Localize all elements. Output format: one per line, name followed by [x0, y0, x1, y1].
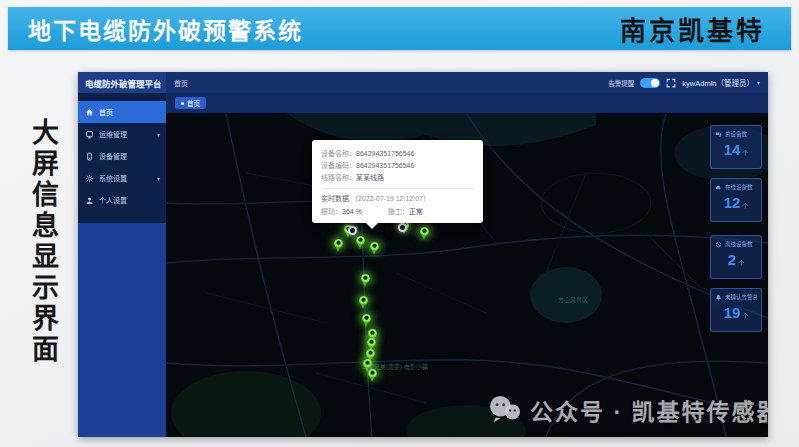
metric-label: 施工： [388, 208, 409, 215]
gear-icon [85, 174, 94, 183]
wechat-icon [488, 395, 522, 425]
stat-card-offline-devices: 离线设备数 2个 [710, 235, 762, 279]
tab-bar: 首页 [166, 93, 768, 113]
tab-active-dot [181, 102, 184, 105]
cluster-badge[interactable] [398, 223, 407, 232]
tab-home-label: 首页 [187, 98, 200, 108]
field-label: 线路名称： [321, 174, 356, 181]
device-code-value: 864294351756546 [356, 162, 414, 169]
sidebar-item-label: 设备管理 [99, 151, 127, 161]
popup-row: 设备编码：864294351756546 [321, 160, 474, 172]
top-banner: 地下电缆防外破预警系统 南京凯基特 [8, 7, 791, 50]
watermark: 公众号 · 凯基特传感器 [488, 393, 768, 427]
user-icon [85, 196, 94, 205]
stat-card-total-devices: 总设备数 14个 [710, 125, 762, 169]
construction-status-value: 正常 [409, 208, 423, 215]
sidebar-item-ops[interactable]: 运维管理 ▾ [78, 123, 166, 145]
stat-unit: 个 [742, 203, 748, 209]
field-label: 设备编码： [321, 162, 356, 169]
cluster-badge[interactable] [348, 226, 357, 235]
fullscreen-icon[interactable] [666, 78, 676, 88]
alert-toggle-switch[interactable] [640, 78, 660, 88]
stat-value: 14 [724, 141, 741, 158]
stat-unit: 个 [742, 150, 748, 156]
realtime-label: 实时数据 [321, 195, 349, 202]
device-pin[interactable] [361, 274, 370, 287]
popup-divider [321, 188, 474, 189]
device-pin[interactable] [368, 369, 377, 382]
offline-icon [715, 241, 722, 248]
stat-unit: 个 [742, 313, 748, 319]
device-pin[interactable] [334, 239, 343, 252]
sidebar-item-profile[interactable]: 个人设置 [78, 189, 166, 211]
ops-icon [85, 130, 94, 139]
stat-unit: 个 [738, 260, 744, 266]
platform-logo: 电缆防外破管理平台 [78, 72, 166, 93]
chevron-down-icon: ▾ [157, 131, 160, 138]
bell-icon [715, 294, 722, 301]
map-place-label: 方山风景区 [558, 295, 588, 304]
screen-caption: 大屏信息显示界面 [24, 118, 63, 366]
top-navbar: 电缆防外破管理平台 首页 告警提醒 kywAdmin（管理员） ▾ [78, 72, 768, 93]
stat-value: 12 [724, 194, 741, 211]
device-pin[interactable] [359, 296, 368, 309]
stat-card-unconfirmed-alarms: 未确认告警总数 19个 [710, 288, 762, 332]
device-pin[interactable] [362, 314, 371, 327]
chevron-down-icon: ▾ [757, 79, 760, 86]
tab-home[interactable]: 首页 [175, 97, 206, 109]
user-menu[interactable]: kywAdmin（管理员） ▾ [682, 77, 760, 88]
sidebar-item-settings[interactable]: 系统设置 ▾ [78, 167, 166, 189]
popup-row: 设备名称：864294351756546 [321, 148, 474, 160]
popup-row: 线路名称：某某线路 [321, 172, 474, 184]
breadcrumb: 首页 [174, 72, 188, 93]
devices-icon [715, 131, 722, 138]
online-icon [715, 184, 722, 191]
sidebar-item-label: 首页 [99, 107, 113, 117]
device-name-value: 864294351756546 [356, 150, 414, 157]
alert-toggle-label: 告警提醒 [608, 78, 634, 88]
map[interactable]: 方山风景区华谊兄弟(南京)·电影小镇 设备名称：864294351756546 … [166, 113, 768, 437]
watermark-text: 公众号 · 凯基特传感器 [530, 393, 768, 427]
stat-title: 总设备数 [725, 130, 747, 138]
realtime-timestamp: （2022-07-19 12:12:07） [351, 195, 430, 202]
stat-card-online-devices: 在线设备数 12个 [710, 178, 762, 222]
field-label: 设备名称： [321, 150, 356, 157]
stat-title: 在线设备数 [725, 183, 753, 191]
chevron-down-icon: ▾ [157, 175, 160, 182]
sidebar-item-devices[interactable]: 设备管理 [78, 145, 166, 167]
device-info-popup: 设备名称：864294351756546 设备编码：86429435175654… [312, 140, 483, 223]
line-name-value: 某某线路 [356, 174, 384, 181]
sidebar-item-label: 运维管理 [99, 129, 127, 139]
dashboard-window: 电缆防外破管理平台 首页 告警提醒 kywAdmin（管理员） ▾ 首页 首页 [78, 72, 768, 437]
stat-title: 离线设备数 [725, 240, 753, 248]
stat-value: 2 [728, 251, 736, 268]
sidebar-item-label: 个人设置 [99, 195, 127, 205]
metric-label: 振动： [321, 208, 342, 215]
sidebar-item-label: 系统设置 [99, 173, 127, 183]
home-icon [85, 108, 94, 117]
sidebar: 首页 运维管理 ▾ 设备管理 系统设置 ▾ 个人设置 [78, 93, 166, 437]
brand-name: 南京凯基特 [620, 10, 791, 47]
metrics-row: 振动：364 % 施工：正常 [321, 206, 474, 216]
stat-title: 未确认告警总数 [725, 293, 757, 301]
device-pin[interactable] [370, 242, 379, 255]
system-title: 地下电缆防外破预警系统 [8, 12, 303, 46]
device-icon [85, 152, 94, 161]
device-pin[interactable] [356, 236, 365, 249]
user-name: kywAdmin（管理员） [682, 77, 754, 88]
device-pin[interactable] [420, 227, 429, 240]
sidebar-item-home[interactable]: 首页 [78, 101, 166, 123]
vibration-value: 364 % [342, 208, 362, 215]
stat-value: 19 [724, 304, 741, 321]
realtime-row: 实时数据 （2022-07-19 12:12:07） [321, 193, 474, 203]
